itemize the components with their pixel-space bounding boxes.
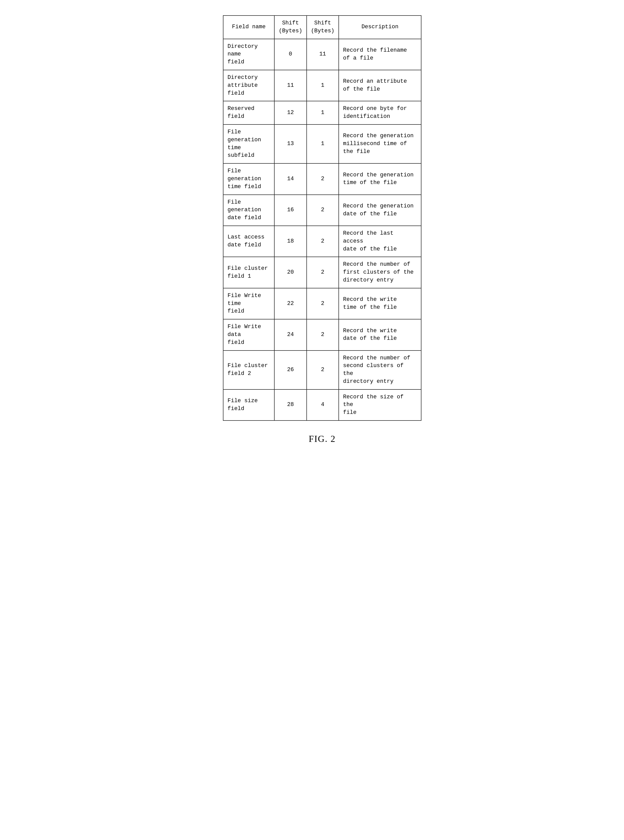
shift2-cell: 1 xyxy=(307,125,339,164)
description-cell: Record the number ofsecond clusters of t… xyxy=(339,351,421,389)
ref-label: 211↳ xyxy=(202,207,222,213)
col-header-shift1: Shift(Bytes) xyxy=(274,15,306,39)
shift1-cell: 14 xyxy=(274,164,306,195)
shift1-cell: 0 xyxy=(274,39,306,70)
shift1-cell: 16 xyxy=(274,195,306,226)
field-name-cell: File size field xyxy=(223,389,274,420)
description-cell: Record the size of thefile xyxy=(339,389,421,420)
ref-label: 217↳ xyxy=(202,300,222,306)
page-container: Field name Shift(Bytes) Shift(Bytes) Des… xyxy=(190,15,434,444)
table-row: Last accessdate field182Record the last … xyxy=(223,226,421,257)
ref-label: 203↳ xyxy=(202,82,222,88)
description-cell: Record the writedate of the file xyxy=(339,319,421,350)
col-header-field-name: Field name xyxy=(223,15,274,39)
shift2-cell: 2 xyxy=(307,226,339,257)
shift2-cell: 2 xyxy=(307,195,339,226)
description-cell: Record the generationtime of the file xyxy=(339,164,421,195)
ref-label: 223↳ xyxy=(202,401,222,408)
shift2-cell: 2 xyxy=(307,288,339,319)
table-row: File clusterfield 1202Record the number … xyxy=(223,257,421,288)
ref-label: 209↳ xyxy=(202,176,222,182)
ref-label: 213↳ xyxy=(202,238,222,244)
ref-label: 205↳ xyxy=(202,110,222,115)
description-cell: Record the last accessdate of the file xyxy=(339,226,421,257)
shift2-cell: 2 xyxy=(307,319,339,350)
table-container: Field name Shift(Bytes) Shift(Bytes) Des… xyxy=(202,15,422,444)
field-name-cell: File generationtime field xyxy=(223,164,274,195)
field-name-cell: File Write datafield xyxy=(223,319,274,350)
field-name-cell: Last accessdate field xyxy=(223,226,274,257)
col-header-description: Description xyxy=(339,15,421,39)
description-cell: Record the number offirst clusters of th… xyxy=(339,257,421,288)
figure-caption: FIG. 2 xyxy=(223,434,422,444)
field-name-cell: File Write timefield xyxy=(223,288,274,319)
data-table: Field name Shift(Bytes) Shift(Bytes) Des… xyxy=(223,15,422,421)
table-row: File size field284Record the size of the… xyxy=(223,389,421,420)
description-cell: Record an attributeof the file xyxy=(339,70,421,101)
shift1-cell: 28 xyxy=(274,389,306,420)
description-cell: Record the generationdate of the file xyxy=(339,195,421,226)
shift1-cell: 22 xyxy=(274,288,306,319)
shift1-cell: 11 xyxy=(274,70,306,101)
field-name-cell: File clusterfield 2 xyxy=(223,351,274,389)
ref-label: 215↳ xyxy=(202,269,222,275)
ref-label: 207↳ xyxy=(202,141,222,147)
field-name-cell: Directoryattribute field xyxy=(223,70,274,101)
description-cell: Record one byte foridentification xyxy=(339,101,421,125)
shift2-cell: 4 xyxy=(307,389,339,420)
shift2-cell: 2 xyxy=(307,257,339,288)
table-row: File clusterfield 2262Record the number … xyxy=(223,351,421,389)
field-name-cell: File generationtime subfield xyxy=(223,125,274,164)
table-row: File Write timefield222Record the writet… xyxy=(223,288,421,319)
field-name-cell: File clusterfield 1 xyxy=(223,257,274,288)
field-name-cell: Directory namefield xyxy=(223,39,274,70)
table-row: File Write datafield242Record the writed… xyxy=(223,319,421,350)
ref-label: 219↳ xyxy=(202,331,222,337)
shift1-cell: 20 xyxy=(274,257,306,288)
description-cell: Record the filenameof a file xyxy=(339,39,421,70)
shift1-cell: 12 xyxy=(274,101,306,125)
shift2-cell: 1 xyxy=(307,70,339,101)
table-row: Directory namefield011Record the filenam… xyxy=(223,39,421,70)
ref-label: 201↳ xyxy=(202,51,222,57)
table-row: File generationdate field162Record the g… xyxy=(223,195,421,226)
table-row: File generationtime subfield131Record th… xyxy=(223,125,421,164)
description-cell: Record the writetime of the file xyxy=(339,288,421,319)
field-name-cell: File generationdate field xyxy=(223,195,274,226)
shift1-cell: 26 xyxy=(274,351,306,389)
description-cell: Record the generationmillisecond time of… xyxy=(339,125,421,164)
shift2-cell: 2 xyxy=(307,164,339,195)
shift2-cell: 11 xyxy=(307,39,339,70)
shift1-cell: 18 xyxy=(274,226,306,257)
table-header-row: Field name Shift(Bytes) Shift(Bytes) Des… xyxy=(223,15,421,39)
shift2-cell: 2 xyxy=(307,351,339,389)
shift2-cell: 1 xyxy=(307,101,339,125)
shift1-cell: 24 xyxy=(274,319,306,350)
ref-label: 221↳ xyxy=(202,367,222,373)
table-row: Directoryattribute field111Record an att… xyxy=(223,70,421,101)
table-row: Reserved field121Record one byte foriden… xyxy=(223,101,421,125)
col-header-shift2: Shift(Bytes) xyxy=(307,15,339,39)
table-row: File generationtime field142Record the g… xyxy=(223,164,421,195)
shift1-cell: 13 xyxy=(274,125,306,164)
field-name-cell: Reserved field xyxy=(223,101,274,125)
